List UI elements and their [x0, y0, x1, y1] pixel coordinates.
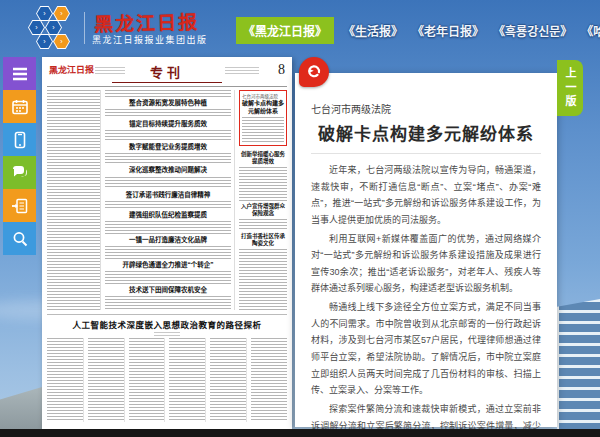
preview-headline[interactable]: 数字赋能登记业务提质增效	[105, 143, 231, 151]
tool-sidebar	[3, 57, 36, 255]
chat-icon	[10, 163, 30, 183]
nav-item-korean-paper[interactable]: 《흑룡강신문》	[493, 22, 572, 39]
preview-headline[interactable]: 入户宣传增强群众保险观念	[239, 203, 287, 217]
preview-headline[interactable]: 技术送下田间保障农机安全	[105, 286, 231, 294]
highlighted-article-box[interactable]: 七台河市两级法院 破解卡点构建多元解纷体系	[239, 90, 287, 146]
newspaper-export-button[interactable]	[3, 189, 36, 222]
article-title: 破解卡点构建多元解纷体系	[311, 120, 541, 154]
page: › › › › › › 黑龙江日报 黑龙江日报报业集团出版 《黑龙江日报》 《生…	[0, 0, 600, 437]
article-paragraph: 近年来，七台河两级法院以宣传为导向，畅通渠道，速裁快审，不断打通信息“断点”、立…	[311, 162, 541, 229]
mobile-app-button[interactable]	[3, 123, 36, 156]
phone-icon	[10, 130, 30, 150]
hexagon-logo-icon: ›	[45, 20, 62, 35]
highlight-title: 破解卡点构建多元解纷体系	[242, 100, 284, 116]
preview-bottom-article[interactable]: 人工智能技术深度嵌入思想政治教育的路径探析	[47, 314, 287, 422]
newspaper-page-preview[interactable]: 黑龙江日报 专刊 8 整合资源拓宽发展特色种植 锚定目标持续提升服务质效 数字赋…	[42, 57, 292, 429]
newspaper-export-icon	[10, 196, 30, 216]
nav-item-heilongjiang-daily[interactable]: 《黑龙江日报》	[236, 17, 334, 44]
preview-headline[interactable]: 一镇一品打造廉洁文化品牌	[105, 236, 231, 244]
preview-headline[interactable]: 整合资源拓宽发展特色种植	[105, 99, 231, 107]
article-panel: 七台河市两级法院 破解卡点构建多元解纷体系 近年来，七台河两级法院以宣传为导向，…	[295, 73, 557, 427]
preview-headline[interactable]: 创新举措暖心服务提质增效	[239, 151, 287, 165]
menu-icon	[10, 64, 30, 84]
calendar-button[interactable]	[3, 90, 36, 123]
search-icon	[10, 229, 30, 249]
preview-headline[interactable]: 锚定目标持续提升服务质效	[105, 120, 231, 128]
preview-columns: 整合资源拓宽发展特色种植 锚定目标持续提升服务质效 数字赋能登记业务提质增效 深…	[47, 90, 287, 310]
background-building	[557, 299, 600, 429]
back-button[interactable]	[299, 57, 329, 87]
preview-headline[interactable]: 深化巡察整改推动问题解决	[105, 166, 231, 174]
article-paragraph: 利用互联网+新媒体覆盖面广的优势，通过网络媒介对“一站式”多元解纷和诉讼服务体系…	[311, 231, 541, 298]
preview-bottom-columns	[47, 338, 287, 422]
publisher-logo: › › › › › ›	[28, 6, 74, 52]
hexagon-logo-icon: ›	[28, 20, 45, 35]
preview-masthead: 黑龙江日报 专刊 8	[47, 61, 287, 87]
divider	[84, 12, 85, 44]
preview-headline[interactable]: 打造书香社区传承陶瓷文化	[239, 233, 287, 247]
comments-button[interactable]	[3, 156, 36, 189]
preview-edition-label: 专刊	[112, 62, 222, 81]
nav-item-harbin-newdistrict[interactable]: 《哈尔滨新区报》	[581, 22, 600, 39]
bottom-dark-strip	[0, 429, 600, 437]
preview-headline[interactable]: 人工智能技术深度嵌入思想政治教育的路径探析	[47, 318, 287, 330]
preview-meta-text	[225, 67, 259, 75]
undo-back-arrow-icon	[305, 61, 323, 83]
hexagon-logo-icon: ›	[36, 6, 53, 21]
preview-edition: 专刊	[112, 62, 222, 83]
nav-item-elderly-daily[interactable]: 《老年日报》	[412, 22, 484, 39]
article-body: 近年来，七台河两级法院以宣传为导向，畅通渠道，速裁快审，不断打通信息“断点”、立…	[311, 162, 541, 437]
search-button[interactable]	[3, 222, 36, 255]
article-paragraph: 畅通线上线下多途径全方位立案方式，满足不同当事人的不同需求。市中院曾收到从北京邮…	[311, 299, 541, 399]
nav-item-life-daily[interactable]: 《生活报》	[343, 22, 403, 39]
previous-edition-button[interactable]: 上一版	[557, 60, 583, 116]
previous-edition-label: 上一版	[562, 67, 578, 109]
preview-text-column	[47, 90, 101, 310]
calendar-icon	[10, 97, 30, 117]
preview-right-column: 七台河市两级法院 破解卡点构建多元解纷体系 创新举措暖心服务提质增效 入户宣传增…	[239, 90, 287, 310]
newspaper-nav: 《黑龙江日报》 《生活报》 《老年日报》 《흑룡강신문》 《哈尔滨新区报》	[236, 17, 600, 43]
article-kicker: 七台河市两级法院	[311, 101, 541, 116]
masthead-title: 黑龙江日报	[94, 7, 200, 37]
preview-main-column: 整合资源拓宽发展特色种植 锚定目标持续提升服务质效 数字赋能登记业务提质增效 深…	[105, 90, 235, 310]
preview-page-number: 8	[278, 62, 285, 78]
preview-byline	[154, 332, 180, 336]
hexagon-logo-icon: ›	[53, 34, 70, 49]
background-building	[0, 387, 42, 429]
site-header: › › › › › › 黑龙江日报 黑龙江日报报业集团出版 《黑龙江日报》 《生…	[0, 0, 600, 55]
preview-headline[interactable]: 签订承诺书践行廉洁自律精神	[105, 191, 231, 199]
hexagon-logo-icon: ›	[53, 6, 70, 21]
hexagon-logo-icon: ›	[36, 34, 53, 49]
highlight-kicker: 七台河市两级法院	[242, 93, 284, 99]
divider	[112, 82, 222, 83]
menu-button[interactable]	[3, 57, 36, 90]
preview-headline[interactable]: 开辟绿色通道全力推进“个转企”	[105, 261, 231, 269]
masthead-subtitle: 黑龙江日报报业集团出版	[92, 33, 208, 46]
preview-paper-name: 黑龙江日报	[49, 63, 94, 77]
preview-headline[interactable]: 建强组织队伍纪检监察提质	[105, 211, 231, 219]
